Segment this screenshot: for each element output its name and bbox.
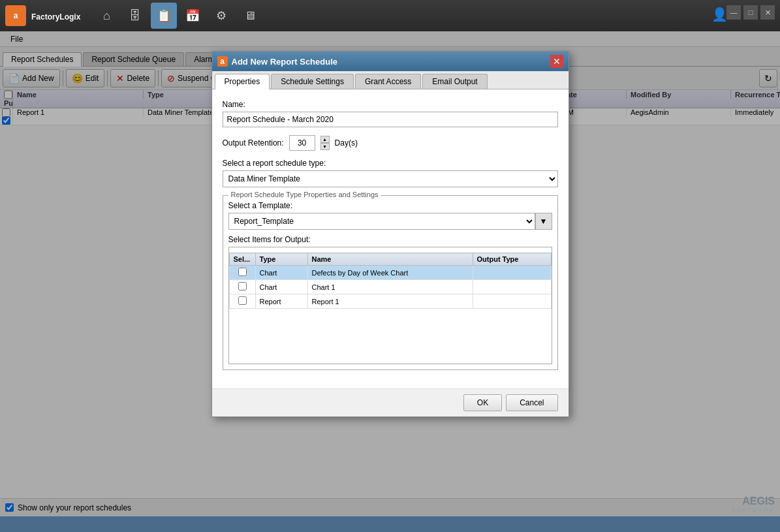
output-items-table: Sel... Type Name Output Type (229, 253, 552, 309)
user-icon: 👤 (711, 7, 728, 22)
output-row-output-type-2 (473, 294, 551, 309)
output-row-checkbox-0[interactable] (238, 268, 247, 276)
output-row-type-1: Chart (255, 280, 307, 294)
dialog-overlay: a Add New Report Schedule ✕ Properties S… (0, 31, 780, 516)
output-table-row[interactable]: Report Report 1 (229, 294, 551, 309)
nav-home[interactable]: ⌂ (93, 3, 119, 29)
col-name: Name (307, 253, 473, 266)
schedule-type-label: Select a report schedule type: (223, 159, 558, 168)
output-row-type-2: Report (255, 294, 307, 309)
nav-monitor[interactable]: 🖥 (237, 3, 263, 29)
app-name: FactoryLogix (31, 9, 80, 23)
nav-reports[interactable]: 📋 (151, 3, 177, 29)
template-select[interactable]: Report_Template (228, 213, 535, 230)
title-bar-controls: — □ ✕ (726, 5, 775, 20)
cancel-button[interactable]: Cancel (506, 394, 557, 411)
output-row-name-0: Defects by Day of Week Chart (307, 266, 473, 280)
output-row-sel-2 (229, 294, 255, 309)
output-retention-input[interactable] (289, 135, 315, 151)
dialog-tabs: Properties Schedule Settings Grant Acces… (212, 71, 569, 89)
name-input[interactable] (223, 112, 558, 127)
dialog-title-text: Add New Report Schedule (232, 57, 550, 67)
dialog-title-icon: a (217, 56, 228, 67)
output-row-name-1: Chart 1 (307, 280, 473, 294)
schedule-type-group: Select a report schedule type: Data Mine… (223, 159, 558, 187)
dialog-tab-email-output[interactable]: Email Output (422, 74, 487, 89)
spinner-buttons: ▲ ▼ (320, 136, 330, 150)
output-row-output-type-1 (473, 280, 551, 294)
section-legend: Report Schedule Type Properties and Sett… (228, 191, 381, 198)
output-items-table-container: Sel... Type Name Output Type (228, 247, 552, 364)
main-area: File Report Schedules Report Schedule Qu… (0, 31, 780, 516)
app-logo: a (5, 5, 26, 26)
output-table-row[interactable]: Chart Defects by Day of Week Chart (229, 266, 551, 280)
dialog-close-button[interactable]: ✕ (550, 55, 563, 68)
output-row-checkbox-1[interactable] (238, 282, 247, 290)
dialog: a Add New Report Schedule ✕ Properties S… (211, 51, 569, 417)
spinner-down-button[interactable]: ▼ (320, 143, 330, 150)
name-label: Name: (223, 100, 558, 109)
output-row-name-2: Report 1 (307, 294, 473, 309)
ok-button[interactable]: OK (463, 394, 502, 411)
nav-config[interactable]: ⚙ (208, 3, 234, 29)
template-label: Select a Template: (228, 201, 552, 210)
minimize-button[interactable]: — (726, 5, 741, 20)
output-retention-label: Output Retention: (223, 138, 284, 148)
title-bar: a FactoryLogix ⌂ 🗄 📋 📅 ⚙ 🖥 👤 — □ ✕ (0, 0, 780, 31)
output-row-type-0: Chart (255, 266, 307, 280)
dialog-tab-grant-access[interactable]: Grant Access (355, 74, 421, 89)
section-group: Report Schedule Type Properties and Sett… (223, 195, 558, 370)
col-sel: Sel... (229, 253, 255, 266)
output-row-sel-1 (229, 280, 255, 294)
output-row-sel-0 (229, 266, 255, 280)
schedule-type-select[interactable]: Data Miner Template (223, 170, 558, 187)
dialog-content: Name: Output Retention: ▲ ▼ Day(s) Selec… (212, 89, 569, 388)
nav-schedule[interactable]: 📅 (179, 3, 206, 29)
nav-icons: ⌂ 🗄 📋 📅 ⚙ 🖥 (93, 3, 263, 29)
output-retention-unit: Day(s) (335, 138, 358, 148)
col-type: Type (255, 253, 307, 266)
spinner-up-button[interactable]: ▲ (320, 136, 330, 143)
close-button[interactable]: ✕ (760, 5, 775, 20)
output-items-label: Select Items for Output: (228, 235, 311, 244)
output-row-output-type-0 (473, 266, 551, 280)
output-retention-row: Output Retention: ▲ ▼ Day(s) (223, 135, 558, 151)
output-items-label-row: Select Items for Output: (228, 235, 552, 244)
name-field-group: Name: (223, 100, 558, 127)
dialog-footer: OK Cancel (212, 388, 569, 416)
dialog-tab-schedule-settings[interactable]: Schedule Settings (271, 74, 354, 89)
restore-button[interactable]: □ (743, 5, 758, 20)
dialog-title-bar: a Add New Report Schedule ✕ (212, 52, 569, 71)
template-select-group: Select a Template: Report_Template ▼ (228, 201, 552, 230)
output-table-row[interactable]: Chart Chart 1 (229, 280, 551, 294)
output-table-header-row: Sel... Type Name Output Type (229, 253, 551, 266)
dialog-tab-properties[interactable]: Properties (215, 74, 270, 89)
nav-data[interactable]: 🗄 (122, 3, 148, 29)
col-output-type: Output Type (473, 253, 551, 266)
template-expand-button[interactable]: ▼ (535, 213, 552, 230)
output-row-checkbox-2[interactable] (238, 296, 247, 305)
